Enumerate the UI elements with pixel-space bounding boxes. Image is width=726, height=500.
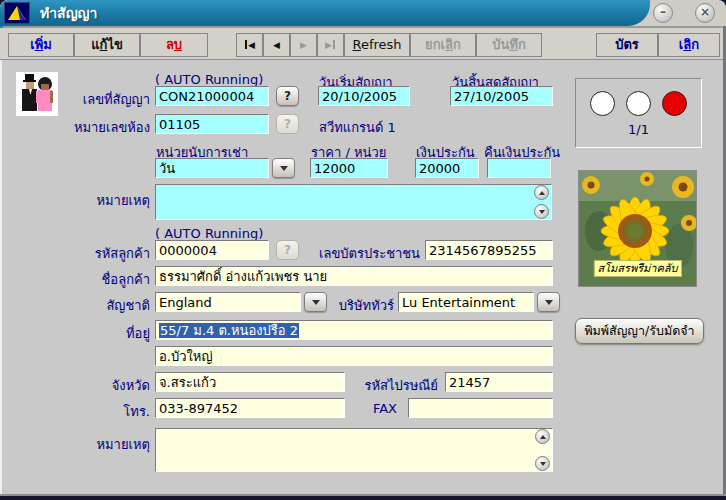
nav-next-button[interactable]: ▶ bbox=[290, 33, 317, 57]
card-button[interactable]: บัตร bbox=[596, 33, 658, 57]
close-button[interactable]: × bbox=[695, 3, 715, 23]
photo-caption: สโมสรพรีม่าคลับ bbox=[593, 260, 681, 277]
add-button[interactable]: เพิ่ม bbox=[8, 33, 74, 57]
contract-no-help-button[interactable]: ? bbox=[276, 86, 299, 106]
window-bottom-edge bbox=[0, 496, 726, 500]
chevron-down-icon bbox=[312, 300, 320, 309]
arrow-up-icon bbox=[539, 188, 545, 195]
nationality-dropdown-button[interactable] bbox=[304, 292, 327, 312]
customer-remark-area[interactable] bbox=[155, 428, 553, 472]
contract-no-field[interactable]: CON21000004 bbox=[155, 86, 269, 106]
exit-button[interactable]: เลิก bbox=[658, 33, 720, 57]
nav-first-button[interactable]: ◀ bbox=[236, 33, 263, 57]
province-label: จังหวัด bbox=[40, 375, 150, 396]
deposit-field[interactable]: 20000 bbox=[415, 158, 479, 178]
tour-company-combo[interactable]: Lu Entertainment bbox=[398, 292, 534, 312]
prev-arrow-icon: ◀ bbox=[273, 40, 280, 50]
contract-no-label: เลขที่สัญญา bbox=[40, 89, 150, 110]
delete-button[interactable]: ลบ bbox=[140, 33, 208, 57]
chevron-down-icon bbox=[545, 300, 553, 309]
address1-field[interactable]: 55/7 ม.4 ต.หนองปรือ 2 bbox=[155, 320, 553, 340]
last-bar-icon bbox=[333, 40, 335, 49]
scroll-up-button[interactable] bbox=[534, 185, 549, 200]
fax-label: FAX bbox=[355, 401, 397, 416]
toolbar: เพิ่ม แก้ไข ลบ ◀ ◀ ▶ ▶ Refresh ยกเลิก บั… bbox=[0, 28, 726, 60]
scroll-down-button[interactable] bbox=[534, 204, 549, 219]
nav-prev-button[interactable]: ◀ bbox=[263, 33, 290, 57]
customer-name-label: ชื่อลูกค้า bbox=[40, 269, 150, 290]
start-date-field[interactable]: 20/10/2005 bbox=[318, 86, 410, 106]
scroll-up-button[interactable] bbox=[535, 429, 550, 444]
record-indicator: 1/1 bbox=[576, 122, 701, 137]
scroll-down-button[interactable] bbox=[535, 456, 550, 471]
customer-code-label: รหัสลูกค้า bbox=[40, 243, 150, 264]
rental-unit-dropdown-button[interactable] bbox=[272, 158, 295, 178]
record-status-panel: 1/1 bbox=[575, 78, 702, 148]
auto-running-label-customer: ( AUTO Running) bbox=[155, 226, 263, 241]
auto-running-label-contract: ( AUTO Running) bbox=[155, 72, 263, 87]
first-bar-icon bbox=[245, 40, 247, 49]
address-label: ที่อยู่ bbox=[40, 323, 150, 344]
cancel-button[interactable]: ยกเลิก bbox=[410, 33, 476, 57]
first-arrow-icon: ◀ bbox=[248, 40, 255, 50]
customer-code-help-button: ? bbox=[276, 240, 299, 260]
title-bar-skin bbox=[0, 0, 650, 26]
price-field[interactable]: 12000 bbox=[310, 158, 388, 178]
save-button[interactable]: บันทึก bbox=[476, 33, 542, 57]
customer-remark-label: หมายเหตุ bbox=[60, 434, 150, 455]
phone-field[interactable]: 033-897452 bbox=[155, 398, 345, 418]
province-field[interactable]: จ.สระแก้ว bbox=[155, 372, 345, 392]
status-lights bbox=[576, 91, 701, 116]
contract-remark-area[interactable] bbox=[155, 184, 552, 220]
title-bar: ทำสัญญา – × bbox=[0, 0, 726, 26]
customer-remark-scrollbar bbox=[534, 429, 551, 471]
status-light-1 bbox=[590, 91, 615, 116]
minimize-button[interactable]: – bbox=[653, 3, 673, 23]
last-arrow-icon: ▶ bbox=[325, 40, 332, 50]
fax-field[interactable] bbox=[408, 398, 553, 418]
edit-button[interactable]: แก้ไข bbox=[74, 33, 140, 57]
status-light-red bbox=[662, 91, 687, 116]
print-contract-button[interactable]: พิมพ์สัญญา/รับมัดจำ bbox=[575, 318, 704, 344]
window-left-edge bbox=[0, 60, 2, 500]
next-arrow-icon: ▶ bbox=[300, 40, 307, 50]
app-logo-icon bbox=[4, 2, 30, 24]
postal-code-field[interactable]: 21457 bbox=[445, 372, 553, 392]
status-light-2 bbox=[626, 91, 651, 116]
contract-window: ทำสัญญา – × เพิ่ม แก้ไข ลบ ◀ ◀ ▶ ▶ Refre… bbox=[0, 0, 726, 500]
address2-field[interactable]: อ.บัวใหญ่ bbox=[155, 346, 553, 366]
nav-last-button[interactable]: ▶ bbox=[317, 33, 344, 57]
window-title: ทำสัญญา bbox=[40, 0, 97, 26]
room-no-label: หมายเลขห้อง bbox=[40, 117, 150, 138]
postal-code-label: รหัสไปรษณีย์ bbox=[350, 375, 438, 396]
arrow-down-icon bbox=[540, 462, 546, 469]
contract-remark-scrollbar bbox=[533, 185, 550, 219]
refresh-button[interactable]: Refresh bbox=[344, 33, 410, 57]
idcard-label: เลขบัตรประชาชน bbox=[315, 243, 420, 264]
room-no-help-button: ? bbox=[276, 114, 299, 134]
room-no-field[interactable]: 01105 bbox=[155, 114, 269, 134]
sunflower-photo: สโมสรพรีม่าคลับ bbox=[578, 170, 697, 287]
customer-name-field[interactable]: ธรรมาศักดิ์ อ่างแก้วเพชร นาย bbox=[155, 266, 553, 286]
tour-company-dropdown-button[interactable] bbox=[537, 292, 560, 312]
arrow-down-icon bbox=[539, 210, 545, 217]
idcard-field[interactable]: 2314567895255 bbox=[425, 240, 553, 260]
contract-remark-label: หมายเหตุ bbox=[60, 190, 150, 211]
tour-company-label: บริษัททัวร์ bbox=[328, 295, 394, 316]
nationality-label: สัญชาติ bbox=[40, 295, 150, 316]
deposit-return-field[interactable] bbox=[487, 158, 551, 178]
nationality-combo[interactable]: England bbox=[155, 292, 301, 312]
room-name-label: สวีทแกรนด์ 1 bbox=[319, 117, 396, 138]
end-date-field[interactable]: 27/10/2005 bbox=[450, 86, 553, 106]
rental-unit-combo[interactable]: วัน bbox=[155, 158, 269, 178]
phone-label: โทร. bbox=[40, 401, 150, 422]
customer-code-field[interactable]: 0000004 bbox=[155, 240, 269, 260]
selected-text: 55/7 ม.4 ต.หนองปรือ 2 bbox=[159, 323, 299, 338]
chevron-down-icon bbox=[280, 166, 288, 175]
arrow-up-icon bbox=[540, 432, 546, 439]
